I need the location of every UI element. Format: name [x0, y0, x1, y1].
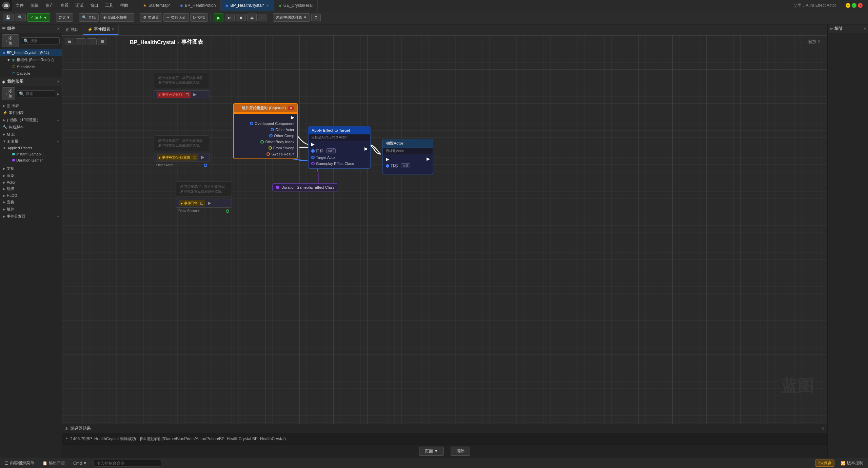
tab-bp-health-potion[interactable]: ◆ BP_HealthPotion [175, 0, 221, 11]
menu-file[interactable]: 文件 [12, 0, 27, 11]
component-search-input[interactable] [30, 39, 57, 43]
components-header: ☰ 组件 ✕ [0, 24, 62, 33]
clear-btn[interactable]: 清除 [451, 447, 470, 456]
find-btn[interactable]: 🔍 查找 [79, 13, 99, 22]
tab-starter-map[interactable]: ★ StarterMap* [138, 0, 175, 11]
canvas-back-btn[interactable]: ← [76, 38, 85, 45]
tree-graph[interactable]: ▶ ◫ 图表 [0, 102, 62, 109]
tree-render[interactable]: ▶ 渲染 [0, 172, 62, 179]
pin-from-sweep: From Sweep [234, 145, 297, 151]
tree-transform[interactable]: ▶ 变换 [0, 199, 62, 206]
tab-ge-crystal-heal[interactable]: ◆ GE_CrystalHeal [274, 0, 318, 11]
duration-var-node[interactable]: Duration Gameplay Effect Class [272, 183, 338, 191]
tree-collision[interactable]: ▶ 碰撞 [0, 185, 62, 192]
more-btn[interactable]: ··· [258, 14, 267, 21]
content-browser-btn[interactable]: ☰ 内容侧滑菜单 [3, 460, 36, 467]
tree-functions[interactable]: ▶ ƒ 函数（19可覆盖） + [0, 116, 62, 124]
menu-edit[interactable]: 编辑 [27, 0, 42, 11]
menu-help[interactable]: 帮助 [117, 0, 132, 11]
hide-btn[interactable]: 👁 隐藏不相关 ··· [100, 13, 134, 22]
canvas-menu-btn[interactable]: ☰ [65, 38, 74, 45]
toolbar-sep-3 [137, 14, 137, 22]
detail-close-btn[interactable]: ✕ [863, 27, 866, 31]
comp-item-root[interactable]: ▼ ◎ 根组件 (SceneRoot) 在 [0, 56, 62, 63]
tree-event-dispatcher[interactable]: ▶ 事件分发器 + [0, 213, 62, 220]
tab-viewport[interactable]: ⊞ 视口 [62, 24, 83, 35]
cmd-input[interactable] [93, 460, 161, 467]
tree-hlod[interactable]: ▶ HLOD [0, 192, 62, 199]
components-close-btn[interactable]: ✕ [57, 27, 60, 31]
destroy-actor-node[interactable]: 销毁Actor 目标是Actor 目标 [382, 139, 433, 174]
save-btn[interactable]: 💾 [3, 14, 14, 21]
debug-icon-btn[interactable]: ⚙ [311, 14, 321, 21]
applied-effects-label: Applied Effects [7, 146, 32, 150]
tree-components[interactable]: ▶ 组件 [0, 206, 62, 213]
diff-btn[interactable]: 对比▼ [56, 13, 73, 22]
add-component-btn[interactable]: + 添加 [2, 34, 19, 47]
apply-effect-node[interactable]: Apply Effect to Target 目标是Aura Effect Ac… [308, 126, 371, 169]
menu-debug[interactable]: 调试 [72, 0, 87, 11]
var-instant-gameplay[interactable]: Instant Gamepl... [0, 151, 62, 157]
tree-event-graph[interactable]: ⚡ 事件图表 [0, 109, 62, 116]
menu-tools[interactable]: 工具 [102, 0, 117, 11]
blueprint-canvas[interactable]: ☰ ← → ⊞ BP_HealthCrystal › 事件图表 缩放-2 蓝图 [62, 35, 827, 424]
menu-assets[interactable]: 资产 [42, 0, 57, 11]
capsule-icon: ⬭ [12, 71, 15, 75]
canvas-forward-btn[interactable]: → [87, 38, 97, 45]
cmd-btn[interactable]: Cmd ▼ [71, 460, 89, 466]
simulate-btn[interactable]: ▷ 模拟 [190, 13, 208, 22]
tree-macros[interactable]: ▶ M 宏 [0, 131, 62, 138]
menu-window[interactable]: 窗口 [87, 0, 102, 11]
class-defaults-btn[interactable]: ✏ 类默认值 [163, 13, 189, 22]
bp-search[interactable]: 🔍 [17, 90, 55, 97]
version-control-btn[interactable]: 🔀 版本控制 [839, 460, 865, 467]
detail-panel-header: ✏ 细节 ✕ [828, 24, 868, 33]
play-btn[interactable]: ▶ [214, 13, 223, 22]
detail-icon: ✏ [830, 26, 833, 31]
minimize-btn[interactable]: − [846, 3, 850, 8]
tab-close-btn[interactable]: ✕ [266, 4, 269, 7]
component-search[interactable]: 🔍 [21, 37, 60, 44]
event-graph-close-btn[interactable]: ✕ [112, 27, 114, 31]
browse-btn[interactable]: 🔍 [15, 14, 26, 21]
output-log-btn[interactable]: 📋 输出日志 [40, 460, 67, 467]
skip-btn[interactable]: ⏭ [225, 14, 235, 21]
class-settings-btn[interactable]: ⚙ 类设置 [140, 13, 162, 22]
tab-event-graph[interactable]: ⚡ 事件图表 ✕ [83, 24, 119, 35]
comp-item-staticmesh[interactable]: ⬡ StaticMesh [0, 63, 62, 70]
add-bp-btn[interactable]: + 添加 [2, 87, 15, 100]
add-fn-icon[interactable]: + [57, 118, 59, 122]
expand-fn-icon: ▶ [3, 118, 5, 122]
overlap-badge: ✕ [288, 106, 294, 110]
my-bp-close-btn[interactable]: ✕ [57, 80, 60, 83]
tree-construct[interactable]: 🔧 构造脚本 [0, 124, 62, 131]
center-tab-bar: ⊞ 视口 ⚡ 事件图表 ✕ [62, 24, 827, 35]
save-badge[interactable]: 2未保存 [815, 460, 834, 467]
tree-actor[interactable]: ▶ Actor [0, 179, 62, 185]
tree-copy[interactable]: ▶ 复制 [0, 165, 62, 172]
tree-applied-effects[interactable]: ▼ Applied Effects [0, 145, 62, 151]
plus-icon: + [5, 39, 7, 43]
compile-btn[interactable]: ✓ 编译 ▼ [27, 13, 50, 22]
add-ed-icon[interactable]: + [57, 214, 59, 219]
bp-search-input[interactable] [26, 92, 53, 96]
maximize-btn[interactable]: □ [852, 3, 856, 8]
tab-bp-health-crystal[interactable]: ◆ BP_HealthCrystal* ✕ [221, 0, 274, 11]
pin-exec-out-apply [364, 147, 368, 151]
page-dropdown-btn[interactable]: 页面 ▼ [419, 447, 444, 456]
bp-settings-btn[interactable]: ⚙ [57, 91, 60, 97]
var-duration-gamer[interactable]: Duration Gamer [0, 157, 62, 163]
eject-btn[interactable]: ⏏ [247, 14, 257, 21]
comp-item-capsule[interactable]: ⬭ Capsule [0, 70, 62, 76]
menu-view[interactable]: 查看 [57, 0, 72, 11]
tree-variables[interactable]: ▼ $ 变量 + [0, 138, 62, 145]
add-var-icon[interactable]: + [57, 139, 59, 144]
debug-target-btn[interactable]: 未选中调试对象 ▼ [273, 13, 310, 22]
comp-item-bp-crystal[interactable]: ◆ BP_HealthCrystal（自我） [0, 49, 62, 56]
stop-btn[interactable]: ⏹ [236, 14, 246, 21]
content-icon: ☰ [5, 461, 8, 466]
canvas-home-btn[interactable]: ⊞ [98, 38, 107, 45]
close-btn[interactable]: ✕ [858, 3, 863, 8]
event-begin-overlap-node[interactable]: ● 组件开始重叠时 (Capsule) ✕ Overlapped Compone… [233, 103, 298, 159]
compiler-close-btn[interactable]: ✕ [821, 426, 825, 431]
